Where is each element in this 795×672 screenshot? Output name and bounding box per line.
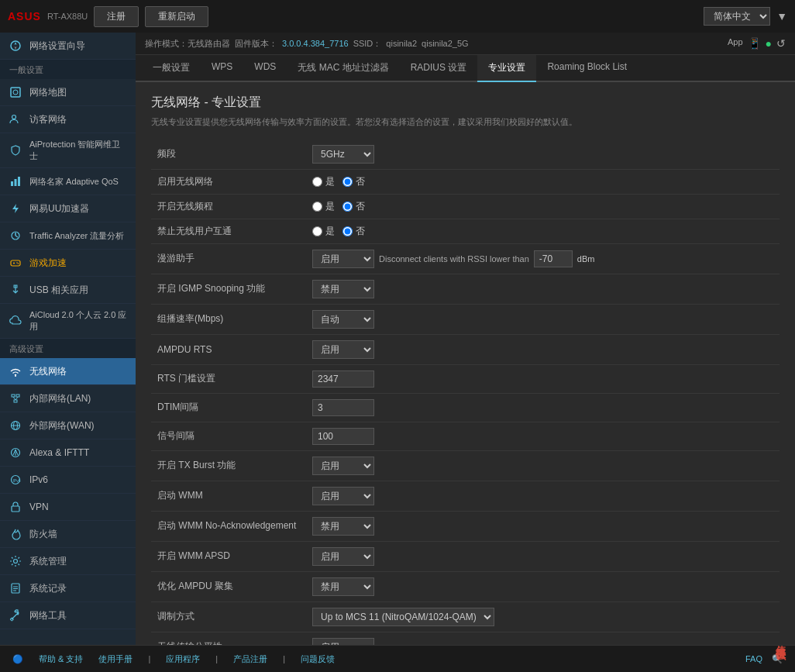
sidebar-item-usb[interactable]: USB 相关应用 (0, 277, 136, 304)
search-icon[interactable]: 🔍 (772, 654, 783, 664)
sidebar-item-qos[interactable]: 网络名家 Adaptive QoS (0, 168, 136, 195)
roaming-helper-control: 启用 禁用 Disconnect clients with RSSI lower… (312, 250, 773, 268)
select-airtime-fair[interactable]: 启用 禁用 (312, 638, 374, 646)
svg-rect-3 (11, 88, 20, 97)
radio-no3-label[interactable]: 否 (342, 225, 365, 238)
select-band[interactable]: 2.4GHz 5GHz (312, 145, 374, 164)
select-ampdu-agg[interactable]: 禁用 启用 (312, 577, 374, 596)
sidebar-item-label: 无线网络 (29, 365, 67, 378)
input-rts-threshold[interactable] (312, 370, 374, 388)
label-beacon: 信号间隔 (151, 422, 306, 450)
roaming-rssi-input[interactable] (534, 250, 573, 267)
select-igmp[interactable]: 禁用 启用 (312, 280, 374, 298)
app-icon: App (728, 37, 743, 50)
input-beacon[interactable] (312, 428, 374, 445)
row-isolate: 禁止无线用户互通 是 否 (151, 219, 780, 243)
select-wmm[interactable]: 启用 禁用 (312, 487, 374, 505)
radio-no2-label[interactable]: 否 (342, 200, 365, 213)
label-ampdu-rts: AMPDU RTS (151, 334, 306, 364)
asus-logo: ASUS (8, 10, 41, 22)
feedback-link[interactable]: 问题反馈 (301, 653, 335, 665)
sidebar-item-gaming[interactable]: 游戏加速 (0, 250, 136, 277)
sidebar-item-label: USB 相关应用 (29, 284, 88, 297)
tab-professional[interactable]: 专业设置 (477, 55, 536, 82)
radio-no-input[interactable] (342, 177, 353, 187)
select-txburst[interactable]: 启用 禁用 (312, 457, 374, 475)
fire-icon (8, 526, 23, 542)
sidebar-item-wan[interactable]: 外部网络(WAN) (0, 412, 136, 439)
roaming-unit: dBm (577, 254, 595, 264)
phone-icon: 📱 (748, 37, 761, 50)
select-modulation[interactable]: Up to MCS 11 (NitroQAM/1024-QAM) (312, 608, 494, 626)
radio-yes3-label[interactable]: 是 (312, 225, 335, 238)
apps-link[interactable]: 应用程序 (166, 653, 200, 665)
restart-button[interactable]: 重新启动 (145, 6, 208, 27)
row-wireless-schedule: 开启无线频程 是 否 (151, 194, 780, 219)
radio-yes2-input[interactable] (312, 202, 322, 212)
sidebar-item-label: AiCloud 2.0 个人云 2.0 应用 (29, 309, 128, 333)
radio-yes3-input[interactable] (312, 226, 322, 236)
help-support-link[interactable]: 帮助 & 支持 (39, 653, 83, 665)
radio-no3-input[interactable] (342, 226, 353, 236)
refresh-icon[interactable]: ↺ (776, 37, 786, 50)
users-icon (8, 112, 23, 127)
sidebar-item-aiprotection[interactable]: AiProtection 智能网维卫士 (0, 133, 136, 168)
sidebar-item-syslog[interactable]: 系统记录 (0, 575, 136, 602)
tab-general[interactable]: 一般设置 (142, 55, 201, 82)
label-txburst: 开启 TX Burst 功能 (151, 450, 306, 481)
sep3: | (283, 654, 285, 663)
sidebar-item-ipv6[interactable]: IPv6 IPv6 (0, 467, 136, 494)
fw-version-link[interactable]: 3.0.0.4.384_7716 (282, 39, 349, 48)
compass-icon (8, 38, 23, 53)
tab-radius[interactable]: RADIUS 设置 (400, 55, 478, 82)
sidebar-item-aicloud[interactable]: AiCloud 2.0 个人云 2.0 应用 (0, 304, 136, 339)
label-airtime-fair: 无线传输公平性 (151, 632, 306, 645)
tabs-bar: 一般设置 WPS WDS 无线 MAC 地址过滤器 RADIUS 设置 专业设置… (136, 55, 795, 82)
register-link[interactable]: 产品注册 (233, 653, 267, 665)
sidebar-item-label: 网络名家 Adaptive QoS (29, 176, 119, 188)
radio-wireless-enable: 是 否 (312, 175, 773, 188)
roaming-helper-desc: Disconnect clients with RSSI lower than (379, 254, 529, 264)
radio-no-label[interactable]: 否 (342, 175, 365, 188)
bar-icon (8, 228, 23, 243)
tab-mac-filter[interactable]: 无线 MAC 地址过滤器 (287, 55, 399, 82)
tab-roaming[interactable]: Roaming Block List (536, 55, 638, 82)
sidebar-item-firewall[interactable]: 防火墙 (0, 521, 136, 548)
sidebar: 网络设置向导 一般设置 网络地图 访客网络 AiProtection 智能网维卫… (0, 33, 136, 645)
radio-no2-input[interactable] (342, 202, 353, 212)
sidebar-item-sysadmin[interactable]: 系统管理 (0, 548, 136, 575)
select-ampdu-rts[interactable]: 启用 禁用 (312, 340, 374, 359)
label-wmm-noack: 启动 WMM No-Acknowledgement (151, 511, 306, 541)
gear-icon (8, 553, 23, 569)
language-selector[interactable]: 简体中文 English (704, 7, 770, 26)
sidebar-item-network-tool[interactable]: 网络工具 (0, 602, 136, 629)
select-roaming[interactable]: 启用 禁用 (312, 250, 374, 268)
select-wmm-apsd[interactable]: 启用 禁用 (312, 547, 374, 566)
radio-yes-input[interactable] (312, 177, 322, 187)
sidebar-item-uu[interactable]: 网易UU加速器 (0, 195, 136, 222)
input-dtim[interactable] (312, 399, 374, 416)
select-wmm-noack[interactable]: 启用 禁用 (312, 517, 374, 536)
register-button[interactable]: 注册 (94, 6, 139, 27)
radio-yes-label[interactable]: 是 (312, 175, 335, 188)
expand-icon[interactable]: ▼ (776, 10, 787, 22)
select-multicast-rate[interactable]: 自动 (312, 310, 374, 329)
sidebar-item-alexa[interactable]: Alexa & IFTTT (0, 439, 136, 467)
sidebar-item-traffic[interactable]: Traffic Analyzer 流量分析 (0, 222, 136, 250)
svg-rect-29 (12, 506, 19, 512)
sidebar-item-vpn[interactable]: VPN (0, 494, 136, 521)
faq-link[interactable]: FAQ (745, 654, 762, 663)
sidebar-item-lan[interactable]: 内部网络(LAN) (0, 385, 136, 412)
tab-wds[interactable]: WDS (243, 55, 287, 82)
sidebar-item-wireless[interactable]: 无线网络 (0, 358, 136, 385)
sidebar-item-guest-network[interactable]: 访客网络 (0, 106, 136, 133)
manual-link[interactable]: 使用手册 (98, 653, 132, 665)
sidebar-item-network-map[interactable]: 网络地图 (0, 79, 136, 106)
radio-yes2-label[interactable]: 是 (312, 200, 335, 213)
model-name: RT-AX88U (47, 12, 88, 21)
radio-wireless-schedule: 是 否 (312, 200, 773, 213)
svg-point-14 (16, 262, 18, 264)
tab-wps[interactable]: WPS (201, 55, 243, 82)
sidebar-item-wizard[interactable]: 网络设置向导 (0, 33, 136, 60)
sidebar-item-label: 系统记录 (29, 582, 67, 595)
